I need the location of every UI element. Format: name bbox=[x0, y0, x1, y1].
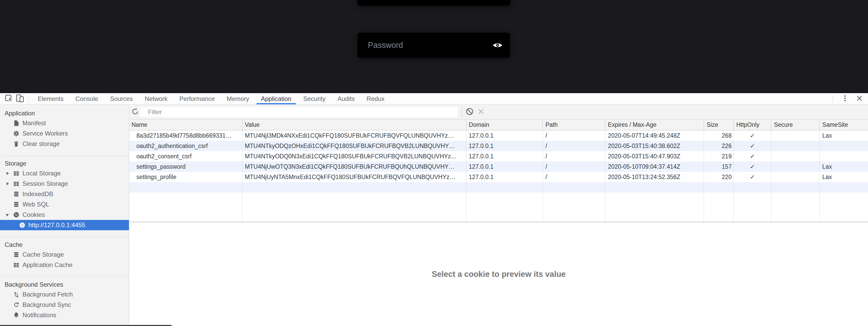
sidebar-item-application-cache[interactable]: Application Cache bbox=[0, 260, 129, 270]
cookie-row-oauth2-authentication-csrf[interactable]: oauth2_authentication_csrfMTU4NTkyODQzOH… bbox=[129, 141, 868, 151]
tab-memory[interactable]: Memory bbox=[221, 93, 255, 104]
chevron-right-icon[interactable] bbox=[4, 168, 11, 179]
username-input[interactable] bbox=[358, 0, 510, 6]
tabbar-separator bbox=[28, 96, 29, 102]
device-toolbar-icon bbox=[15, 94, 25, 104]
column-header-secure[interactable]: Secure bbox=[771, 119, 820, 130]
more-options-button[interactable] bbox=[840, 93, 850, 104]
cookie-row-settings-password[interactable]: settings_passwordMTU4NjUwOTQ3N3xEdi1CQkF… bbox=[129, 161, 868, 172]
arrow-spacer bbox=[4, 139, 11, 149]
tab-elements[interactable]: Elements bbox=[32, 93, 69, 104]
column-header-http_only[interactable]: HttpOnly bbox=[734, 119, 771, 130]
sidebar-item-label: Application Cache bbox=[23, 261, 72, 269]
sidebar-item-manifest[interactable]: Manifest bbox=[0, 118, 129, 128]
sidebar-item-notifications[interactable]: Notifications bbox=[0, 310, 129, 320]
cell-http_only: ✓ bbox=[734, 172, 771, 182]
cookie-icon bbox=[19, 222, 26, 228]
cell-name: oauth2_consent_csrf bbox=[129, 151, 242, 161]
column-header-size[interactable]: Size bbox=[704, 119, 734, 130]
cell-domain: 127.0.0.1 bbox=[466, 161, 543, 172]
inspect-cursor-icon bbox=[4, 94, 14, 104]
sidebar-item-http-127-0-0-1-4455[interactable]: http://127.0.0.1:4455 bbox=[0, 220, 129, 230]
chevron-right-icon[interactable] bbox=[4, 179, 11, 189]
tab-strip: ElementsConsoleSourcesNetworkPerformance… bbox=[32, 93, 390, 104]
screen: ElementsConsoleSourcesNetworkPerformance… bbox=[0, 0, 868, 326]
delete-selected-button[interactable] bbox=[475, 106, 487, 118]
arrow-spacer bbox=[4, 300, 11, 310]
password-field[interactable] bbox=[358, 33, 510, 58]
cell-size: 157 bbox=[704, 161, 734, 172]
sidebar-item-background-sync[interactable]: Background Sync bbox=[0, 300, 129, 310]
cell-same_site: Lax bbox=[820, 130, 868, 141]
empty-cell bbox=[820, 182, 868, 192]
devtools-panel: ElementsConsoleSourcesNetworkPerformance… bbox=[0, 93, 868, 326]
cell-same_site bbox=[820, 151, 868, 161]
cell-http_only: ✓ bbox=[734, 151, 771, 161]
empty-cell bbox=[771, 182, 820, 192]
filter-input[interactable] bbox=[140, 107, 458, 117]
cell-size: 219 bbox=[704, 151, 734, 161]
tab-network[interactable]: Network bbox=[139, 93, 173, 104]
column-header-value[interactable]: Value bbox=[242, 119, 466, 130]
empty-cell bbox=[771, 192, 820, 222]
cell-path: / bbox=[543, 141, 605, 151]
tab-audits[interactable]: Audits bbox=[332, 93, 361, 104]
clear-all-cookies-button[interactable] bbox=[464, 106, 475, 118]
cell-value: MTU4NjUwOTQ3N3xEdi1CQkFFQ180SUFBUkFCRUFB… bbox=[242, 161, 466, 172]
column-header-same_site[interactable]: SameSite bbox=[820, 119, 868, 130]
tab-security[interactable]: Security bbox=[297, 93, 332, 104]
cookie-row-oauth2-consent-csrf[interactable]: oauth2_consent_csrfMTU4NTkyODQ0N3xEdi1CQ… bbox=[129, 151, 868, 161]
cookie-row-settings-profile[interactable]: settings_profileMTU4NjUyNTA5MnxEdi1CQkFF… bbox=[129, 172, 868, 182]
sidebar-item-local-storage[interactable]: Local Storage bbox=[0, 168, 129, 179]
cell-secure bbox=[771, 172, 820, 182]
sidebar-item-session-storage[interactable]: Session Storage bbox=[0, 179, 129, 189]
sidebar-item-web-sql[interactable]: Web SQL bbox=[0, 199, 129, 210]
cell-http_only: ✓ bbox=[734, 130, 771, 141]
cell-name: settings_password bbox=[129, 161, 242, 172]
cell-path: / bbox=[543, 161, 605, 172]
cell-name: oauth2_authentication_csrf bbox=[129, 141, 242, 151]
cell-path: / bbox=[543, 130, 605, 141]
cell-expires: 2020-05-07T14:49:45.248Z bbox=[605, 130, 704, 141]
tab-performance[interactable]: Performance bbox=[173, 93, 221, 104]
column-header-name[interactable]: Name bbox=[129, 119, 242, 130]
sidebar-item-background-fetch[interactable]: Background Fetch bbox=[0, 289, 129, 300]
close-devtools-button[interactable] bbox=[854, 93, 865, 104]
sidebar-section-title-storage: Storage bbox=[0, 159, 129, 168]
sidebar-item-indexeddb[interactable]: IndexedDB bbox=[0, 189, 129, 199]
sidebar-item-clear-storage[interactable]: Clear storage bbox=[0, 139, 129, 149]
sidebar-item-label: Session Storage bbox=[23, 180, 68, 187]
column-header-path[interactable]: Path bbox=[543, 119, 605, 130]
sidebar-item-cache-storage[interactable]: Cache Storage bbox=[0, 249, 129, 260]
column-header-domain[interactable]: Domain bbox=[466, 119, 543, 130]
refresh-icon bbox=[131, 107, 139, 117]
empty-cell bbox=[543, 192, 605, 222]
cell-secure bbox=[771, 151, 820, 161]
tab-console[interactable]: Console bbox=[69, 93, 104, 104]
empty-cell bbox=[605, 182, 704, 192]
table-header-row: NameValueDomainPathExpires / Max-AgeSize… bbox=[129, 119, 868, 130]
cookies-table: NameValueDomainPathExpires / Max-AgeSize… bbox=[129, 119, 868, 222]
tab-sources[interactable]: Sources bbox=[104, 93, 139, 104]
sidebar-item-cookies[interactable]: Cookies bbox=[0, 210, 129, 220]
sidebar-item-service-workers[interactable]: Service Workers bbox=[0, 128, 129, 139]
device-toolbar-button[interactable] bbox=[14, 93, 25, 104]
sidebar-item-label: IndexedDB bbox=[23, 190, 53, 198]
tab-redux[interactable]: Redux bbox=[361, 93, 390, 104]
arrow-spacer bbox=[4, 249, 11, 260]
column-header-expires[interactable]: Expires / Max-Age bbox=[605, 119, 704, 130]
chevron-down-icon[interactable] bbox=[4, 210, 11, 220]
eye-icon[interactable] bbox=[492, 42, 503, 49]
close-icon bbox=[856, 94, 863, 103]
cell-same_site bbox=[820, 141, 868, 151]
cell-domain: 127.0.0.1 bbox=[466, 141, 543, 151]
password-input[interactable] bbox=[358, 33, 510, 58]
arrow-spacer bbox=[4, 199, 11, 210]
tab-application[interactable]: Application bbox=[255, 93, 297, 104]
cell-size: 226 bbox=[704, 141, 734, 151]
cookie-row-8a3d27185b49d7758d8bb669331[interactable]: 8a3d27185b49d7758d8bb669331…MTU4NjI3MDk4… bbox=[129, 130, 868, 141]
sidebar: ApplicationManifestService WorkersClear … bbox=[0, 105, 129, 326]
cell-same_site: Lax bbox=[820, 172, 868, 182]
refresh-button[interactable] bbox=[130, 107, 140, 117]
inspect-element-button[interactable] bbox=[4, 93, 14, 104]
